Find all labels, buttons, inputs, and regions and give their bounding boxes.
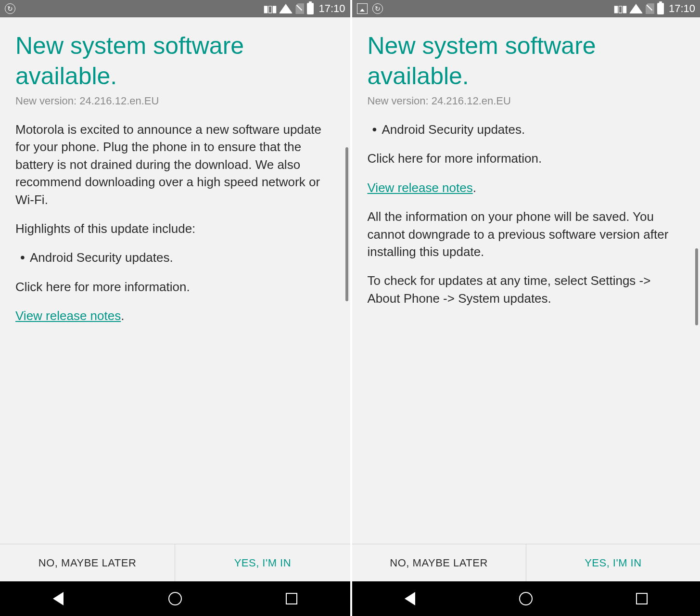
nav-recent-button[interactable] (594, 593, 690, 604)
back-icon (53, 592, 64, 605)
vibrate-icon: ▮▯▮ (613, 3, 626, 14)
intro-paragraph: Motorola is excited to announce a new so… (15, 121, 335, 208)
bullet-security: Android Security updates. (368, 121, 685, 138)
no-sim-icon (295, 3, 304, 14)
more-info-text: Click here for more information. (368, 150, 685, 167)
battery-icon (657, 3, 664, 14)
recent-icon (286, 593, 297, 604)
release-notes-link[interactable]: View release notes (368, 180, 473, 195)
nav-recent-button[interactable] (243, 593, 340, 604)
scrollbar-thumb[interactable] (345, 147, 348, 301)
content-area[interactable]: New system software available. New versi… (352, 17, 700, 544)
home-icon (519, 592, 533, 605)
more-info-text: Click here for more information. (15, 278, 335, 295)
button-bar: NO, MAYBE LATER YES, I'M IN (352, 544, 700, 581)
release-notes-line: View release notes. (368, 179, 685, 196)
recent-icon (636, 593, 648, 604)
sync-icon: ↻ (372, 3, 383, 14)
version-text: New version: 24.216.12.en.EU (368, 95, 685, 107)
back-icon (405, 592, 415, 605)
status-clock: 17:10 (669, 2, 695, 15)
no-sim-icon (646, 3, 654, 14)
status-bar: ↻ ▮▯▮ 17:10 (0, 0, 350, 17)
check-updates-paragraph: To check for updates at any time, select… (368, 272, 685, 307)
body-text: Motorola is excited to announce a new so… (15, 121, 335, 325)
battery-icon (307, 3, 314, 14)
yes-button[interactable]: YES, I'M IN (526, 544, 700, 581)
sync-icon: ↻ (5, 3, 15, 14)
nav-bar (352, 581, 700, 616)
scrollbar-thumb[interactable] (695, 248, 698, 325)
page-title: New system software available. (15, 31, 335, 91)
nav-bar (0, 581, 350, 616)
nav-home-button[interactable] (127, 592, 223, 605)
body-text: Android Security updates. Click here for… (368, 121, 685, 307)
nav-back-button[interactable] (362, 592, 458, 605)
nav-back-button[interactable] (10, 592, 106, 605)
release-notes-link[interactable]: View release notes (15, 308, 121, 323)
bullet-security: Android Security updates. (15, 249, 335, 266)
version-text: New version: 24.216.12.en.EU (15, 95, 335, 107)
phone-right: ↻ ▮▯▮ 17:10 New system software availabl… (350, 0, 700, 616)
save-info-paragraph: All the information on your phone will b… (368, 208, 685, 260)
no-button[interactable]: NO, MAYBE LATER (0, 544, 175, 581)
image-icon (357, 3, 368, 14)
no-button[interactable]: NO, MAYBE LATER (352, 544, 526, 581)
content-area[interactable]: New system software available. New versi… (0, 17, 350, 544)
wifi-icon (279, 4, 293, 13)
status-bar: ↻ ▮▯▮ 17:10 (352, 0, 700, 17)
wifi-icon (629, 4, 643, 13)
release-notes-line: View release notes. (15, 307, 335, 324)
button-bar: NO, MAYBE LATER YES, I'M IN (0, 544, 350, 581)
status-clock: 17:10 (318, 2, 345, 15)
nav-home-button[interactable] (478, 592, 574, 605)
highlights-label: Highlights of this update include: (15, 220, 335, 237)
phone-left: ↻ ▮▯▮ 17:10 New system software availabl… (0, 0, 350, 616)
home-icon (168, 592, 182, 605)
yes-button[interactable]: YES, I'M IN (175, 544, 350, 581)
vibrate-icon: ▮▯▮ (263, 3, 276, 14)
page-title: New system software available. (368, 31, 685, 91)
